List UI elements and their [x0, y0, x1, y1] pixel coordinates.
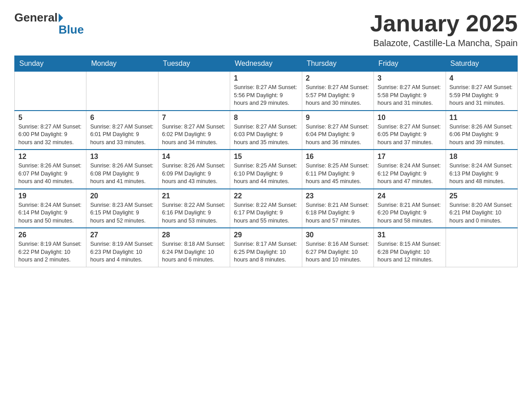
logo-general-text: General — [14, 11, 58, 25]
title-block: January 2025 Balazote, Castille-La Manch… — [370, 11, 518, 48]
calendar-day-cell: 7Sunrise: 8:27 AM Sunset: 6:02 PM Daylig… — [158, 111, 230, 150]
calendar-header-row: SundayMondayTuesdayWednesdayThursdayFrid… — [15, 56, 518, 72]
day-number: 5 — [18, 114, 82, 122]
day-info: Sunrise: 8:25 AM Sunset: 6:10 PM Dayligh… — [234, 162, 298, 186]
day-info: Sunrise: 8:19 AM Sunset: 6:23 PM Dayligh… — [90, 240, 154, 264]
calendar-day-cell: 31Sunrise: 8:15 AM Sunset: 6:28 PM Dayli… — [374, 228, 446, 267]
calendar-day-cell: 3Sunrise: 8:27 AM Sunset: 5:58 PM Daylig… — [374, 72, 446, 111]
day-of-week-header: Saturday — [446, 56, 517, 72]
day-number: 14 — [162, 153, 226, 161]
calendar-day-cell — [158, 72, 230, 111]
day-number: 29 — [234, 231, 298, 239]
calendar-day-cell: 15Sunrise: 8:25 AM Sunset: 6:10 PM Dayli… — [230, 150, 302, 189]
day-info: Sunrise: 8:15 AM Sunset: 6:28 PM Dayligh… — [378, 240, 442, 264]
calendar-day-cell: 13Sunrise: 8:26 AM Sunset: 6:08 PM Dayli… — [86, 150, 158, 189]
day-info: Sunrise: 8:27 AM Sunset: 5:57 PM Dayligh… — [306, 84, 370, 107]
day-of-week-header: Thursday — [302, 56, 373, 72]
day-number: 9 — [306, 114, 370, 122]
day-number: 3 — [378, 74, 442, 82]
day-number: 20 — [90, 192, 154, 200]
page-header: General General Blue January 2025 Balazo… — [14, 11, 518, 48]
calendar-day-cell: 21Sunrise: 8:22 AM Sunset: 6:16 PM Dayli… — [158, 189, 230, 228]
day-of-week-header: Tuesday — [158, 56, 230, 72]
day-info: Sunrise: 8:26 AM Sunset: 6:08 PM Dayligh… — [90, 162, 154, 186]
day-number: 7 — [162, 114, 226, 122]
calendar-day-cell: 9Sunrise: 8:27 AM Sunset: 6:04 PM Daylig… — [302, 111, 373, 150]
calendar-day-cell: 8Sunrise: 8:27 AM Sunset: 6:03 PM Daylig… — [230, 111, 302, 150]
location-title: Balazote, Castille-La Mancha, Spain — [370, 38, 518, 48]
calendar-week-row: 1Sunrise: 8:27 AM Sunset: 5:56 PM Daylig… — [15, 72, 518, 111]
calendar-day-cell: 30Sunrise: 8:16 AM Sunset: 6:27 PM Dayli… — [302, 228, 373, 267]
day-number: 19 — [18, 192, 82, 200]
logo-arrow-icon — [59, 13, 63, 22]
day-of-week-header: Wednesday — [230, 56, 302, 72]
day-info: Sunrise: 8:24 AM Sunset: 6:12 PM Dayligh… — [378, 162, 442, 186]
day-info: Sunrise: 8:26 AM Sunset: 6:07 PM Dayligh… — [18, 162, 82, 186]
calendar-day-cell: 28Sunrise: 8:18 AM Sunset: 6:24 PM Dayli… — [158, 228, 230, 267]
calendar-day-cell: 26Sunrise: 8:19 AM Sunset: 6:22 PM Dayli… — [15, 228, 86, 267]
day-info: Sunrise: 8:27 AM Sunset: 6:03 PM Dayligh… — [234, 123, 298, 147]
calendar-day-cell: 29Sunrise: 8:17 AM Sunset: 6:25 PM Dayli… — [230, 228, 302, 267]
logo-blue-text: Blue — [59, 23, 84, 37]
calendar-day-cell: 23Sunrise: 8:21 AM Sunset: 6:18 PM Dayli… — [302, 189, 373, 228]
calendar-table: SundayMondayTuesdayWednesdayThursdayFrid… — [14, 56, 518, 267]
day-info: Sunrise: 8:19 AM Sunset: 6:22 PM Dayligh… — [18, 240, 82, 264]
day-number: 21 — [162, 192, 226, 200]
day-number: 25 — [450, 192, 514, 200]
day-of-week-header: Friday — [374, 56, 446, 72]
calendar-day-cell: 4Sunrise: 8:27 AM Sunset: 5:59 PM Daylig… — [446, 72, 517, 111]
day-info: Sunrise: 8:26 AM Sunset: 6:06 PM Dayligh… — [450, 123, 514, 147]
calendar-day-cell: 14Sunrise: 8:26 AM Sunset: 6:09 PM Dayli… — [158, 150, 230, 189]
calendar-day-cell: 25Sunrise: 8:20 AM Sunset: 6:21 PM Dayli… — [446, 189, 517, 228]
day-info: Sunrise: 8:21 AM Sunset: 6:20 PM Dayligh… — [378, 201, 442, 225]
calendar-day-cell — [86, 72, 158, 111]
calendar-day-cell: 27Sunrise: 8:19 AM Sunset: 6:23 PM Dayli… — [86, 228, 158, 267]
calendar-day-cell: 5Sunrise: 8:27 AM Sunset: 6:00 PM Daylig… — [15, 111, 86, 150]
calendar-day-cell: 16Sunrise: 8:25 AM Sunset: 6:11 PM Dayli… — [302, 150, 373, 189]
month-title: January 2025 — [370, 11, 518, 36]
day-info: Sunrise: 8:24 AM Sunset: 6:13 PM Dayligh… — [450, 162, 514, 186]
day-info: Sunrise: 8:22 AM Sunset: 6:17 PM Dayligh… — [234, 201, 298, 225]
day-info: Sunrise: 8:20 AM Sunset: 6:21 PM Dayligh… — [450, 201, 514, 225]
day-info: Sunrise: 8:27 AM Sunset: 6:04 PM Dayligh… — [306, 123, 370, 147]
day-of-week-header: Monday — [86, 56, 158, 72]
day-number: 2 — [306, 74, 370, 82]
day-info: Sunrise: 8:25 AM Sunset: 6:11 PM Dayligh… — [306, 162, 370, 186]
calendar-day-cell: 22Sunrise: 8:22 AM Sunset: 6:17 PM Dayli… — [230, 189, 302, 228]
calendar-day-cell: 24Sunrise: 8:21 AM Sunset: 6:20 PM Dayli… — [374, 189, 446, 228]
calendar-week-row: 12Sunrise: 8:26 AM Sunset: 6:07 PM Dayli… — [15, 150, 518, 189]
day-info: Sunrise: 8:27 AM Sunset: 5:58 PM Dayligh… — [378, 84, 442, 107]
day-number: 18 — [450, 153, 514, 161]
day-number: 23 — [306, 192, 370, 200]
calendar-day-cell — [15, 72, 86, 111]
day-number: 8 — [234, 114, 298, 122]
day-info: Sunrise: 8:27 AM Sunset: 6:01 PM Dayligh… — [90, 123, 154, 147]
logo: General General Blue — [14, 11, 84, 38]
calendar-day-cell — [446, 228, 517, 267]
calendar-week-row: 26Sunrise: 8:19 AM Sunset: 6:22 PM Dayli… — [15, 228, 518, 267]
calendar-day-cell: 19Sunrise: 8:24 AM Sunset: 6:14 PM Dayli… — [15, 189, 86, 228]
calendar-day-cell: 2Sunrise: 8:27 AM Sunset: 5:57 PM Daylig… — [302, 72, 373, 111]
day-info: Sunrise: 8:27 AM Sunset: 5:56 PM Dayligh… — [234, 84, 298, 107]
calendar-day-cell: 1Sunrise: 8:27 AM Sunset: 5:56 PM Daylig… — [230, 72, 302, 111]
calendar-day-cell: 18Sunrise: 8:24 AM Sunset: 6:13 PM Dayli… — [446, 150, 517, 189]
day-info: Sunrise: 8:27 AM Sunset: 5:59 PM Dayligh… — [450, 84, 514, 107]
calendar-day-cell: 20Sunrise: 8:23 AM Sunset: 6:15 PM Dayli… — [86, 189, 158, 228]
calendar-day-cell: 11Sunrise: 8:26 AM Sunset: 6:06 PM Dayli… — [446, 111, 517, 150]
day-info: Sunrise: 8:18 AM Sunset: 6:24 PM Dayligh… — [162, 240, 226, 264]
day-number: 26 — [18, 231, 82, 239]
day-info: Sunrise: 8:23 AM Sunset: 6:15 PM Dayligh… — [90, 201, 154, 225]
day-number: 28 — [162, 231, 226, 239]
day-info: Sunrise: 8:27 AM Sunset: 6:00 PM Dayligh… — [18, 123, 82, 147]
calendar-day-cell: 17Sunrise: 8:24 AM Sunset: 6:12 PM Dayli… — [374, 150, 446, 189]
day-info: Sunrise: 8:17 AM Sunset: 6:25 PM Dayligh… — [234, 240, 298, 264]
day-number: 15 — [234, 153, 298, 161]
day-number: 22 — [234, 192, 298, 200]
day-number: 16 — [306, 153, 370, 161]
calendar-week-row: 19Sunrise: 8:24 AM Sunset: 6:14 PM Dayli… — [15, 189, 518, 228]
calendar-day-cell: 6Sunrise: 8:27 AM Sunset: 6:01 PM Daylig… — [86, 111, 158, 150]
day-number: 12 — [18, 153, 82, 161]
day-info: Sunrise: 8:26 AM Sunset: 6:09 PM Dayligh… — [162, 162, 226, 186]
calendar-week-row: 5Sunrise: 8:27 AM Sunset: 6:00 PM Daylig… — [15, 111, 518, 150]
day-info: Sunrise: 8:22 AM Sunset: 6:16 PM Dayligh… — [162, 201, 226, 225]
